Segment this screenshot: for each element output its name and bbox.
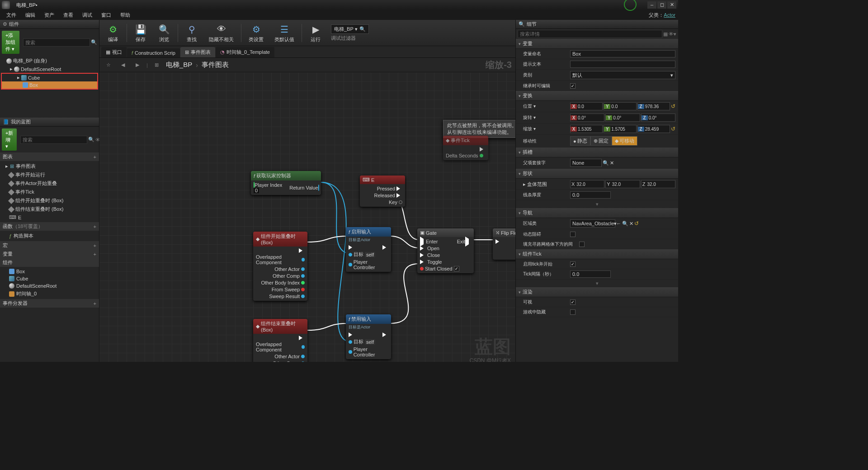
node-event-tick[interactable]: ◆事件Tick Delta Seconds [443,136,488,160]
loc-y-input[interactable] [610,104,636,109]
dynamic-obstacle-checkbox[interactable] [570,232,576,237]
menu-asset[interactable]: 资产 [41,11,58,19]
node-begin-overlap[interactable]: ◆组件开始重叠时 (Box) Overlapped Component Othe… [253,232,307,301]
add-icon[interactable]: + [94,224,96,229]
extent-x-input[interactable] [576,182,604,187]
tick-enabled-checkbox[interactable] [570,261,576,267]
add-component-button[interactable]: +添加组件 ▾ [2,31,19,54]
event-end-overlap-box[interactable]: 组件结束重叠时 (Box) [0,205,99,214]
section-functions[interactable]: 函数（18可覆盖）+ [0,222,99,231]
breadcrumb-bp[interactable]: 电梯_BP [166,61,192,69]
var-editable-checkbox[interactable] [570,83,576,89]
cat-transform[interactable]: 变换 [516,91,678,101]
back-button[interactable]: ◀ [118,60,128,71]
clear-icon[interactable]: ✕ [610,160,614,166]
component-default-scene-root[interactable]: ▸DefaultSceneRoot [0,65,99,73]
cat-shape[interactable]: 形状 [516,169,678,179]
close-button[interactable]: ✕ [667,1,676,9]
add-icon[interactable]: + [94,301,96,306]
tab-event-graph[interactable]: ⊞事件图表 [180,47,215,57]
my-blueprint-search-input[interactable] [20,136,87,144]
reset-icon[interactable]: ↺ [671,103,675,109]
var-cube[interactable]: Cube [0,275,99,282]
section-variables[interactable]: 变量+ [0,250,99,258]
event-graph-root[interactable]: ▸⊞事件图表 [0,162,99,171]
rot-x-input[interactable] [577,115,604,120]
class-defaults-button[interactable]: ☰类默认值 [271,22,298,44]
run-button[interactable]: ▶运行 [306,22,326,44]
node-disable-input[interactable]: f禁用输入 目标是Actor 目标self Player Controller [346,314,391,359]
tab-timeline[interactable]: ◔时间轴_0_Template [216,47,274,57]
line-thickness-input[interactable] [570,191,611,199]
event-input-e[interactable]: ⌨E [0,214,99,221]
add-icon[interactable]: + [94,154,96,160]
eye-icon[interactable]: 👁▾ [669,31,676,37]
var-category-combo[interactable]: 默认▾ [570,71,675,79]
maximize-button[interactable]: ◻ [657,1,666,9]
expand-icon[interactable]: ▾ [516,200,678,208]
component-box[interactable]: Box [2,81,97,89]
menu-file[interactable]: 文件 [3,11,20,19]
var-default-scene-root[interactable]: DefaultSceneRoot [0,282,99,290]
socket-combo[interactable]: None [570,159,602,167]
class-settings-button[interactable]: ⚙类设置 [245,22,267,44]
rot-y-input[interactable] [612,115,639,120]
cat-socket[interactable]: 插槽 [516,147,678,157]
section-macros[interactable]: 宏+ [0,241,99,250]
breadcrumb-graph[interactable]: 事件图表 [202,61,229,69]
scale-x-input[interactable] [577,127,602,132]
event-begin-overlap-box[interactable]: 组件开始重叠时 (Box) [0,196,99,205]
menu-edit[interactable]: 编辑 [22,11,39,19]
cat-nav[interactable]: 导航 [516,208,678,218]
forward-button[interactable]: ▶ [132,60,143,71]
var-timeline[interactable]: 时间轴_0 [0,290,99,298]
save-button[interactable]: 💾保存 [131,22,151,44]
my-blueprint-add-button[interactable]: +新增 ▾ [2,128,17,151]
menu-window[interactable]: 窗口 [98,11,115,19]
mobility-movable[interactable]: ◆可移动 [612,136,637,146]
clear-icon[interactable]: ✕ [629,221,633,227]
compile-button[interactable]: ⚙编译 [103,22,123,44]
var-box[interactable]: Box [0,268,99,275]
tab-viewport[interactable]: ▦视口 [101,47,127,57]
event-actor-begin-overlap[interactable]: 事件Actor开始重叠 [0,179,99,188]
event-tick[interactable]: 事件Tick [0,188,99,196]
components-search-input[interactable] [23,38,90,47]
minimize-button[interactable]: – [647,1,656,9]
section-dispatchers[interactable]: 事件分发器+ [0,299,99,308]
browse-button[interactable]: 🔍浏览 [154,22,174,44]
node-end-overlap[interactable]: ◆组件结束重叠时 (Box) Overlapped Component Othe… [253,319,307,362]
section-components[interactable]: 组件 [0,258,99,267]
details-search-input[interactable] [518,30,662,38]
matrix-icon[interactable]: ▦ [663,31,668,37]
component-root[interactable]: 电梯_BP (自身) [0,57,99,65]
search-icon[interactable]: 🔍 [88,137,94,142]
search-icon[interactable]: 🔍 [603,160,609,166]
add-icon[interactable]: + [94,243,96,248]
extent-y-input[interactable] [611,182,640,187]
loc-x-input[interactable] [577,104,602,109]
cat-variable[interactable]: 变量 [516,39,678,49]
mobility-static[interactable]: ●静态 [570,136,590,146]
hidden-in-game-checkbox[interactable] [570,309,576,315]
construction-script[interactable]: ƒ构造脚本 [0,232,99,240]
browse-icon[interactable]: ← [616,221,621,226]
hide-unrelated-button[interactable]: 👁隐藏不相关 [205,22,237,44]
node-enable-input[interactable]: f启用输入 目标是Actor 目标self Player Controller [346,227,391,272]
tick-interval-input[interactable] [570,271,611,278]
node-gate[interactable]: ▣Gate EnterExit Open Close Toggle Start … [417,228,474,273]
scale-y-input[interactable] [610,127,636,132]
extent-z-input[interactable] [646,182,675,187]
node-input-e[interactable]: ⌨E Pressed Released Key [360,176,405,207]
fill-underneath-checkbox[interactable] [579,242,585,247]
node-flipflop[interactable]: ⤭Flip Flop A B Is A [493,228,515,260]
graph-canvas[interactable]: 此节点被禁用，将不会被调用。 从引脚连出引线来编译功能。 ◆事件Tick Del… [99,72,515,362]
reset-icon[interactable]: ↺ [634,220,639,227]
scale-z-input[interactable] [644,127,670,132]
rot-z-input[interactable] [648,115,675,120]
var-tooltip-input[interactable] [570,61,675,68]
menu-help[interactable]: 帮助 [117,11,134,19]
tab-construction-script[interactable]: fConstruction Scrip [127,48,180,57]
search-icon[interactable]: 🔍 [622,221,628,227]
search-icon[interactable]: 🔍 [91,39,97,45]
